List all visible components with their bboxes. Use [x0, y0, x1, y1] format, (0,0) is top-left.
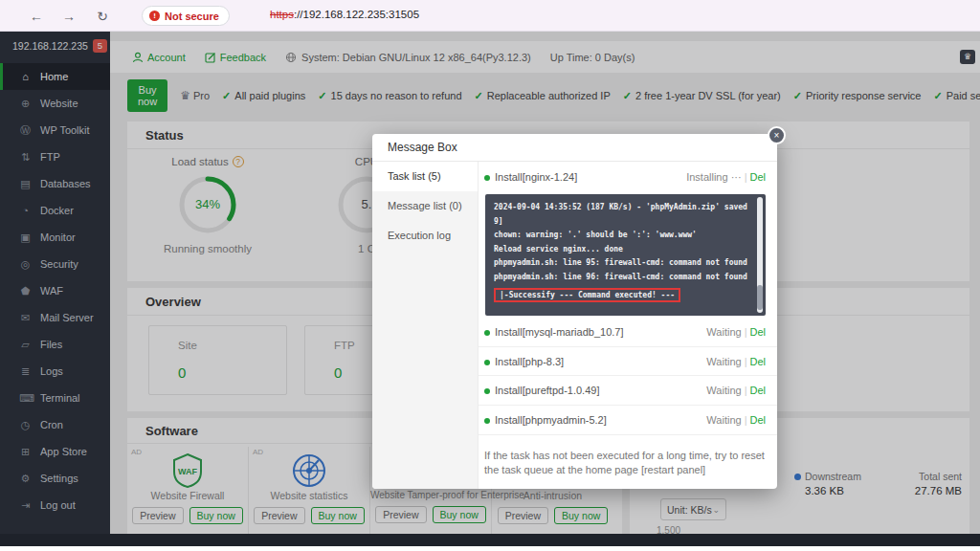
screen: ← → ↻ ! Not secure https://192.168.122.2…: [0, 0, 980, 551]
modal-title: Message Box: [372, 134, 777, 162]
modal-tabs: Task list (5) Message list (0) Execution…: [372, 162, 479, 489]
task-status-dot: [484, 175, 490, 181]
browser-chrome: ← → ↻ ! Not secure https://192.168.122.2…: [0, 0, 980, 32]
task-status-dot: [484, 330, 490, 336]
task-status: Waiting: [706, 414, 741, 426]
delete-task-link[interactable]: Del: [749, 414, 766, 426]
task-queue-note: If the task has not been executed for a …: [484, 449, 769, 477]
task-status-dot: [484, 418, 490, 424]
task-status: Waiting: [706, 385, 741, 396]
reload-icon[interactable]: ↻: [93, 7, 112, 26]
delete-task-link[interactable]: Del: [749, 356, 766, 367]
task-status-dot: [484, 388, 490, 394]
terminal-scrollbar-thumb[interactable]: [757, 285, 763, 310]
task-row: Install[pureftpd-1.0.49] Waiting|Del: [479, 376, 777, 406]
tab-execution-log[interactable]: Execution log: [372, 221, 478, 251]
task-status-dot: [484, 360, 490, 365]
task-row: Install[nginx-1.24] Installing ···|Del: [479, 163, 777, 192]
task-row: Install[phpmyadmin-5.2] Waiting|Del: [479, 406, 777, 435]
forward-icon[interactable]: →: [59, 7, 78, 26]
tab-task-list[interactable]: Task list (5): [372, 162, 478, 191]
back-icon[interactable]: ←: [27, 7, 46, 26]
address-bar[interactable]: https://192.168.122.235:31505: [270, 9, 419, 20]
terminal-scrollbar[interactable]: [757, 197, 763, 313]
url-scheme: https: [270, 9, 294, 20]
install-log-terminal: 2024-09-04 14:35:52 (187 KB/s) - 'phpMyA…: [485, 194, 766, 316]
task-status: Installing ···: [686, 171, 741, 183]
task-status: Waiting: [706, 326, 741, 338]
task-status: Waiting: [706, 356, 741, 367]
task-row: Install[php-8.3] Waiting|Del: [479, 347, 777, 376]
delete-task-link[interactable]: Del: [749, 385, 766, 396]
delete-task-link[interactable]: Del: [749, 326, 766, 338]
security-chip[interactable]: ! Not secure: [142, 6, 230, 26]
success-highlight: |-Successify --- Command executed! ---: [494, 288, 680, 302]
task-list-content: Install[nginx-1.24] Installing ···|Del 2…: [479, 162, 777, 489]
task-row: Install[mysql-mariadb_10.7] Waiting|Del: [479, 318, 777, 347]
close-icon[interactable]: ×: [768, 126, 786, 144]
not-secure-icon: !: [149, 11, 160, 21]
url-rest: ://192.168.122.235:31505: [294, 9, 419, 20]
tab-message-list[interactable]: Message list (0): [372, 191, 478, 221]
security-chip-label: Not secure: [165, 11, 219, 22]
message-box-modal: × Message Box Task list (5) Message list…: [372, 134, 777, 489]
delete-task-link[interactable]: Del: [749, 171, 766, 183]
